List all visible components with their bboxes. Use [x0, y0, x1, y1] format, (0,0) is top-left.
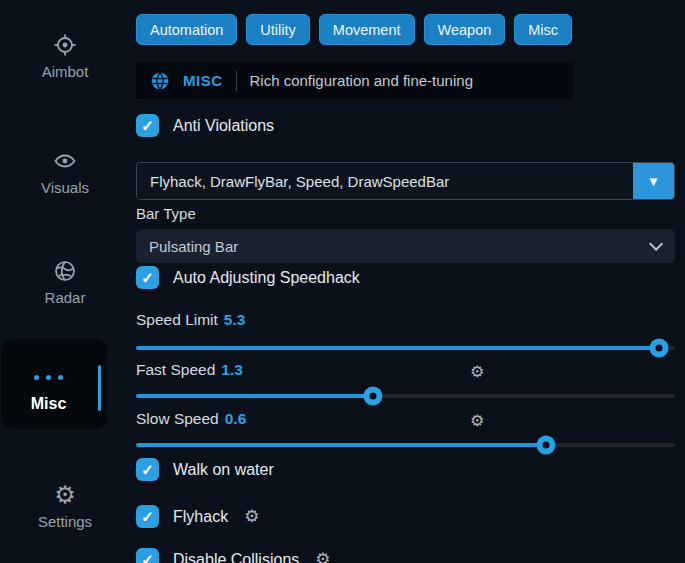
sidebar-item-label: Visuals	[41, 179, 89, 196]
slider-fill	[136, 346, 659, 350]
check-icon: ✓	[141, 269, 154, 287]
flyhack-row: ✓ Flyhack ⚙	[136, 505, 259, 528]
active-indicator-bar	[98, 365, 101, 411]
slider-label-text: Speed Limit	[136, 311, 218, 328]
globe-icon	[150, 71, 170, 91]
slider-knob[interactable]	[364, 387, 383, 406]
divider	[236, 71, 237, 91]
walk-on-water-label: Walk on water	[173, 461, 274, 479]
auto-adjusting-label: Auto Adjusting Speedhack	[173, 269, 360, 287]
bars-multiselect-value[interactable]: Flyhack, DrawFlyBar, Speed, DrawSpeedBar	[137, 163, 633, 199]
sidebar-item-settings[interactable]: ⚙ Settings	[0, 482, 130, 530]
speed-limit-slider[interactable]	[136, 339, 675, 357]
anti-violations-label: Anti Violations	[173, 117, 274, 135]
sidebar-item-label: Settings	[38, 513, 92, 530]
gear-icon[interactable]: ⚙	[315, 549, 330, 563]
sidebar-item-misc-selected[interactable]: Misc	[2, 339, 107, 429]
flyhack-label: Flyhack	[173, 508, 228, 526]
check-icon: ✓	[141, 551, 154, 563]
section-header: MISC Rich configuration and fine-tuning	[136, 62, 573, 99]
slider-value: 0.6	[225, 410, 247, 427]
bars-multiselect: Flyhack, DrawFlyBar, Speed, DrawSpeedBar…	[136, 162, 675, 200]
slider-label-text: Slow Speed	[136, 410, 219, 427]
auto-adjusting-row: ✓ Auto Adjusting Speedhack	[136, 266, 360, 289]
bar-type-value: Pulsating Bar	[149, 238, 238, 255]
sidebar-item-visuals[interactable]: Visuals	[0, 148, 130, 196]
gear-icon[interactable]: ⚙	[470, 411, 484, 430]
tab-utility[interactable]: Utility	[246, 14, 309, 45]
slow-speed-label: Slow Speed0.6	[136, 410, 246, 428]
tab-weapon[interactable]: Weapon	[424, 14, 506, 45]
check-icon: ✓	[141, 117, 154, 135]
disable-collisions-label: Disable Collisions	[173, 551, 299, 563]
category-tabs: Automation Utility Movement Weapon Misc	[136, 14, 572, 45]
dropdown-button[interactable]: ▼	[633, 163, 674, 199]
tab-automation[interactable]: Automation	[136, 14, 237, 45]
disable-collisions-row: ✓ Disable Collisions ⚙	[136, 548, 331, 563]
slider-fill	[136, 394, 373, 398]
sidebar-item-label: Radar	[45, 289, 86, 306]
anti-violations-row: ✓ Anti Violations	[136, 114, 274, 137]
walk-on-water-checkbox[interactable]: ✓	[136, 458, 159, 481]
fast-speed-label: Fast Speed1.3	[136, 361, 243, 379]
flyhack-checkbox[interactable]: ✓	[136, 505, 159, 528]
slider-value: 1.3	[221, 361, 243, 378]
bar-type-label: Bar Type	[136, 205, 196, 222]
walk-on-water-row: ✓ Walk on water	[136, 458, 274, 481]
speed-limit-label: Speed Limit5.3	[136, 311, 245, 329]
sidebar-item-radar[interactable]: Radar	[0, 258, 130, 306]
triangle-down-icon: ▼	[647, 174, 660, 189]
dots-icon	[2, 375, 95, 380]
gear-icon[interactable]: ⚙	[244, 506, 259, 527]
sidebar-item-label: Misc	[2, 395, 95, 413]
disable-collisions-checkbox[interactable]: ✓	[136, 548, 159, 563]
slider-fill	[136, 443, 546, 447]
slow-speed-slider[interactable]	[136, 436, 675, 454]
sidebar-item-aimbot[interactable]: Aimbot	[0, 32, 130, 80]
eye-icon	[52, 148, 78, 174]
slider-knob[interactable]	[649, 339, 668, 358]
slider-knob[interactable]	[536, 436, 555, 455]
sidebar-item-label: Aimbot	[42, 63, 89, 80]
chevron-down-icon	[649, 237, 663, 251]
slider-label-text: Fast Speed	[136, 361, 215, 378]
section-title: MISC	[183, 72, 223, 89]
gear-icon: ⚙	[52, 482, 78, 508]
section-subtitle: Rich configuration and fine-tuning	[250, 72, 473, 89]
check-icon: ✓	[141, 508, 154, 526]
crosshair-icon	[52, 32, 78, 58]
tab-misc[interactable]: Misc	[514, 14, 572, 45]
fast-speed-slider[interactable]	[136, 387, 675, 405]
gear-icon[interactable]: ⚙	[470, 362, 484, 381]
auto-adjusting-checkbox[interactable]: ✓	[136, 266, 159, 289]
tab-movement[interactable]: Movement	[319, 14, 415, 45]
bar-type-select[interactable]: Pulsating Bar	[136, 229, 675, 263]
slider-value: 5.3	[224, 311, 246, 328]
anti-violations-checkbox[interactable]: ✓	[136, 114, 159, 137]
globe-icon	[52, 258, 78, 284]
check-icon: ✓	[141, 461, 154, 479]
